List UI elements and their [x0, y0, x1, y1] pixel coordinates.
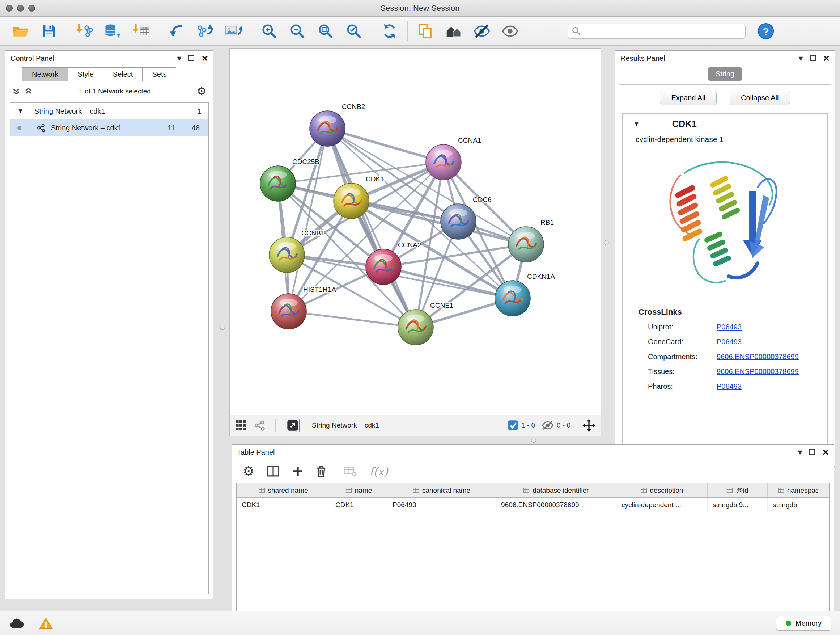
home-views-button[interactable]	[439, 19, 468, 43]
show-all-button[interactable]	[496, 19, 524, 43]
network-edge[interactable]	[327, 128, 444, 162]
string-tab-badge[interactable]: String	[707, 67, 742, 81]
column-header[interactable]: database identifier	[496, 483, 616, 497]
table-settings-button[interactable]: ⚙	[243, 465, 254, 478]
network-node-CCNA1[interactable]	[426, 144, 461, 180]
network-node-HIST1H1A[interactable]	[271, 294, 306, 329]
tab-network[interactable]: Network	[22, 67, 68, 81]
export-view-button[interactable]	[286, 418, 300, 432]
table-cell[interactable]: stringdb:9...	[707, 498, 767, 512]
network-node-CCNB1[interactable]	[269, 237, 305, 272]
panel-collapse-icon[interactable]: ▾	[798, 448, 802, 456]
grid-view-button[interactable]	[235, 419, 247, 432]
delete-column-button[interactable]	[316, 465, 327, 478]
column-header[interactable]: shared name	[237, 483, 330, 497]
panel-close-icon[interactable]: ×	[822, 447, 829, 458]
panel-close-icon[interactable]: ×	[823, 53, 829, 64]
genecard-link[interactable]: P06493	[717, 338, 827, 346]
panel-float-icon[interactable]	[809, 449, 815, 455]
splitter-handle[interactable]	[531, 438, 536, 443]
collapse-all-chevron-icon[interactable]	[24, 87, 33, 96]
gear-icon[interactable]: ⚙	[197, 86, 207, 97]
zoom-in-button[interactable]	[255, 19, 283, 43]
column-header[interactable]: canonical name	[387, 483, 496, 497]
export-image-button[interactable]	[219, 19, 248, 43]
eye-slash-small-icon[interactable]	[542, 420, 554, 431]
expand-all-button[interactable]: Expand All	[660, 90, 717, 105]
warnings-button[interactable]	[39, 617, 53, 630]
table-cell[interactable]: stringdb	[767, 498, 829, 512]
zoom-fit-button[interactable]	[311, 19, 340, 43]
network-node-CDKN1A[interactable]	[495, 280, 531, 316]
show-columns-button[interactable]	[267, 466, 279, 477]
expand-all-chevron-icon[interactable]	[12, 87, 21, 96]
table-cell[interactable]: CDK1	[237, 498, 330, 512]
table-cell[interactable]: cyclin-dependent ...	[616, 498, 707, 512]
network-edge[interactable]	[327, 128, 416, 327]
delete-table-button[interactable]	[344, 466, 357, 477]
column-header[interactable]: @id	[707, 483, 767, 497]
splitter-handle[interactable]	[604, 240, 609, 245]
table-row[interactable]: CDK1 CDK1 P06493 9606.ENSP00000378699 cy…	[237, 498, 829, 512]
open-session-button[interactable]	[6, 19, 35, 43]
collapse-all-button[interactable]: Collapse All	[729, 90, 790, 105]
network-node-RB1[interactable]	[508, 226, 544, 262]
panel-collapse-icon[interactable]: ▾	[798, 54, 803, 63]
table-cell[interactable]: 9606.ENSP00000378699	[496, 498, 616, 512]
compartments-link[interactable]: 9606.ENSP00000378699	[717, 353, 827, 361]
hide-selected-button[interactable]	[468, 19, 496, 43]
zoom-selected-button[interactable]	[340, 19, 368, 43]
network-node-CCNB2[interactable]	[309, 111, 345, 146]
function-builder-button[interactable]: f(x)	[369, 465, 388, 478]
help-button[interactable]: ?	[756, 19, 776, 43]
pan-mode-button[interactable]	[582, 418, 596, 432]
tree-disclosure-icon[interactable]: ▼	[17, 108, 24, 115]
network-edge[interactable]	[289, 311, 416, 327]
memory-button[interactable]: Memory	[776, 616, 831, 631]
network-node-CCNA2[interactable]	[366, 249, 401, 285]
network-node-CDC25B[interactable]	[260, 166, 295, 201]
network-edge[interactable]	[289, 128, 327, 311]
column-type-icon	[346, 488, 352, 493]
copy-button[interactable]	[411, 19, 439, 43]
network-node-CDC6[interactable]	[441, 204, 476, 239]
birdseye-view-button[interactable]	[254, 420, 265, 431]
splitter-handle[interactable]	[220, 325, 225, 330]
column-header[interactable]: namespac	[767, 483, 829, 497]
import-network-file-button[interactable]	[71, 19, 99, 43]
tab-sets[interactable]: Sets	[142, 67, 176, 81]
network-collection-row[interactable]: ▼ String Network – cdk1 1	[10, 103, 208, 119]
table-cell[interactable]: P06493	[387, 498, 496, 512]
checkbox-checked-icon[interactable]	[508, 420, 518, 431]
network-node-CCNE1[interactable]	[398, 310, 433, 345]
pharos-link[interactable]: P06493	[717, 382, 827, 391]
panel-float-icon[interactable]	[188, 55, 194, 61]
panel-float-icon[interactable]	[810, 55, 816, 61]
uniprot-link[interactable]: P06493	[717, 323, 827, 331]
table-cell[interactable]: CDK1	[330, 498, 387, 512]
column-header[interactable]: description	[616, 483, 707, 497]
import-table-button[interactable]	[127, 19, 155, 43]
save-session-button[interactable]	[35, 19, 63, 43]
network-canvas[interactable]: CCNB2CCNA1CDC25BCDK1CDC6RB1CCNB1CCNA2CDK…	[229, 48, 601, 415]
network-from-selection-button[interactable]	[163, 19, 191, 43]
tissues-link[interactable]: 9606.ENSP00000378699	[717, 367, 827, 376]
search-input[interactable]	[584, 27, 742, 35]
tab-select[interactable]: Select	[103, 67, 143, 81]
network-view: CCNB2CCNA1CDC25BCDK1CDC6RB1CCNB1CCNA2CDK…	[229, 48, 601, 436]
network-row[interactable]: String Network – cdk1 11 48	[10, 119, 208, 136]
zoom-selected-icon	[346, 23, 362, 39]
column-header[interactable]: name	[330, 483, 387, 497]
protein-disclosure-icon[interactable]: ▼	[633, 120, 639, 128]
network-tree: ▼ String Network – cdk1 1 String Network…	[10, 103, 209, 594]
cloud-status-button[interactable]	[9, 618, 25, 629]
network-node-CDK1[interactable]	[333, 183, 369, 219]
tab-style[interactable]: Style	[68, 67, 103, 81]
export-network-button[interactable]	[191, 19, 219, 43]
panel-collapse-icon[interactable]: ▾	[177, 54, 181, 63]
add-column-button[interactable]	[292, 466, 303, 477]
apply-layout-button[interactable]	[376, 19, 404, 43]
zoom-out-button[interactable]	[283, 19, 311, 43]
panel-close-icon[interactable]: ×	[202, 53, 208, 64]
import-network-database-button[interactable]	[99, 19, 127, 43]
